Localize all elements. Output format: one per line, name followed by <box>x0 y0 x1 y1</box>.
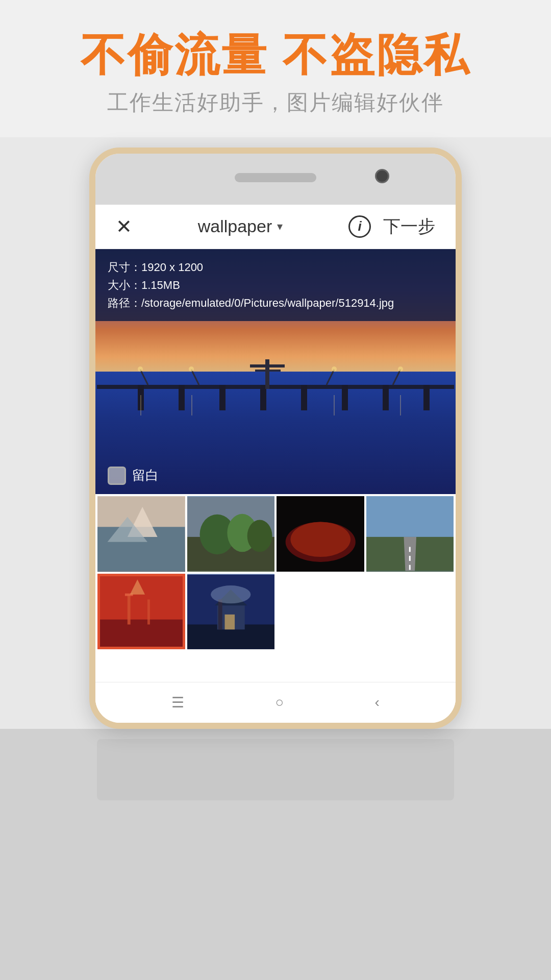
size-label: 大小： <box>108 279 141 291</box>
back-icon[interactable]: ‹ <box>375 694 380 710</box>
svg-rect-8 <box>423 385 430 410</box>
leave-white-area: 留白 <box>108 467 159 485</box>
svg-line-16 <box>327 370 334 385</box>
promo-area: 不偷流量 不盗隐私 工作生活好助手，图片编辑好伙伴 <box>0 0 551 137</box>
phone-nav-bar: ☰ ○ ‹ <box>95 682 456 723</box>
close-button[interactable]: ✕ <box>116 217 132 236</box>
svg-rect-45 <box>128 594 131 624</box>
svg-point-32 <box>247 520 272 552</box>
svg-point-17 <box>332 366 337 372</box>
size-value: 1.15MB <box>141 279 180 291</box>
leave-white-label: 留白 <box>132 467 159 484</box>
svg-rect-11 <box>255 370 281 372</box>
pier-svg <box>95 359 456 421</box>
info-button[interactable]: i <box>348 215 371 238</box>
svg-rect-5 <box>301 385 307 410</box>
phone-screen: ✕ wallpaper ▾ i 下一步 尺寸：1920 x 1200 大小：1.… <box>95 205 456 723</box>
image-dimensions: 尺寸：1920 x 1200 <box>108 258 443 276</box>
svg-line-12 <box>140 370 148 385</box>
promo-subtitle: 工作生活好助手，图片编辑好伙伴 <box>107 88 444 117</box>
phone-mockup: ✕ wallpaper ▾ i 下一步 尺寸：1920 x 1200 大小：1.… <box>89 148 462 729</box>
thumbnail-item-4[interactable] <box>366 496 454 572</box>
image-info-overlay: 尺寸：1920 x 1200 大小：1.15MB 路径：/storage/emu… <box>95 249 456 322</box>
toolbar-right: i 下一步 <box>348 215 435 238</box>
svg-rect-7 <box>383 385 389 410</box>
svg-point-19 <box>398 366 403 372</box>
svg-rect-2 <box>179 385 185 410</box>
thumbnail-item-2[interactable] <box>187 496 275 572</box>
phone-screen-padding <box>95 651 456 682</box>
thumbnail-item-empty-1 <box>277 574 364 649</box>
svg-rect-46 <box>125 594 133 596</box>
next-button[interactable]: 下一步 <box>383 215 435 238</box>
thumbnail-image-mountain <box>97 496 185 572</box>
svg-point-15 <box>189 366 194 372</box>
path-label: 路径： <box>108 297 141 309</box>
thumbnail-item-empty-2 <box>366 574 454 649</box>
svg-rect-9 <box>265 359 269 389</box>
dimensions-label: 尺寸： <box>108 261 141 274</box>
main-image-area: 尺寸：1920 x 1200 大小：1.15MB 路径：/storage/emu… <box>95 249 456 494</box>
album-name: wallpaper <box>198 216 272 236</box>
svg-rect-3 <box>219 385 226 410</box>
svg-rect-10 <box>250 364 285 368</box>
svg-rect-54 <box>218 599 222 629</box>
promo-title: 不偷流量 不盗隐私 <box>81 31 470 80</box>
svg-rect-47 <box>147 599 150 624</box>
thumbnail-image-red-scene <box>97 574 185 649</box>
thumbnail-grid-row2 <box>95 574 456 651</box>
svg-rect-53 <box>224 615 235 629</box>
svg-point-13 <box>138 366 143 372</box>
thumbnail-image-road <box>366 496 454 572</box>
path-value: /storage/emulated/0/Pictures/wallpaper/5… <box>141 297 394 309</box>
svg-rect-44 <box>97 619 185 648</box>
menu-icon[interactable]: ☰ <box>171 694 184 711</box>
thumbnail-item-1[interactable] <box>97 496 185 572</box>
thumbnail-item-6[interactable] <box>187 574 275 649</box>
phone-speaker <box>235 173 316 182</box>
image-size: 大小：1.15MB <box>108 276 443 294</box>
phone-top-bar <box>95 154 456 205</box>
desk-surface <box>97 739 454 800</box>
desk-area <box>0 729 551 980</box>
thumbnail-image-food <box>277 496 364 572</box>
album-selector[interactable]: wallpaper ▾ <box>198 216 283 236</box>
dimensions-value: 1920 x 1200 <box>141 261 203 274</box>
home-icon[interactable]: ○ <box>275 694 284 710</box>
chevron-down-icon: ▾ <box>277 220 283 233</box>
svg-rect-43 <box>97 574 185 648</box>
toolbar: ✕ wallpaper ▾ i 下一步 <box>95 205 456 249</box>
svg-rect-0 <box>97 385 454 389</box>
thumbnail-image-hut <box>187 574 275 649</box>
svg-line-18 <box>393 370 400 385</box>
thumbnail-item-5[interactable] <box>97 574 185 649</box>
svg-point-55 <box>211 585 251 603</box>
phone-camera <box>375 169 389 183</box>
svg-rect-6 <box>342 385 348 410</box>
thumbnail-grid-row1 <box>95 494 456 574</box>
image-path: 路径：/storage/emulated/0/Pictures/wallpape… <box>108 294 443 312</box>
svg-point-35 <box>290 522 350 557</box>
leave-white-checkbox[interactable] <box>108 467 126 485</box>
thumbnail-item-3[interactable] <box>277 496 364 572</box>
svg-line-14 <box>191 370 199 385</box>
svg-marker-48 <box>130 579 145 594</box>
thumbnail-image-field <box>187 496 275 572</box>
